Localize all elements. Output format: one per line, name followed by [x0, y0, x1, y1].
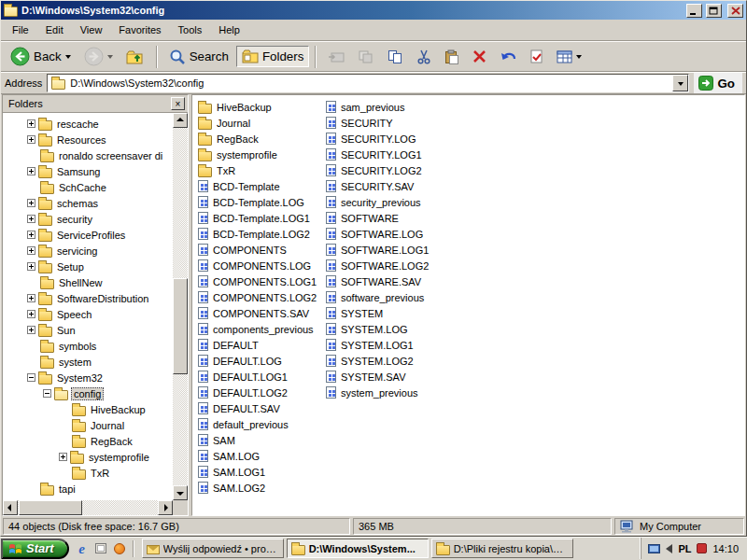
- go-button[interactable]: Go: [694, 73, 742, 93]
- tree-item-config[interactable]: config: [3, 385, 173, 401]
- file-item[interactable]: SAM.LOG: [198, 448, 326, 464]
- file-item[interactable]: SOFTWARE: [326, 210, 454, 226]
- file-item[interactable]: BCD-Template: [198, 178, 326, 194]
- title-bar[interactable]: D:\Windows\System32\config: [1, 1, 746, 20]
- menu-file[interactable]: File: [4, 21, 37, 39]
- tree-item-journal[interactable]: Journal: [3, 417, 173, 433]
- file-item[interactable]: COMPONENTS.LOG: [198, 258, 326, 273]
- tree-item-serviceprofiles[interactable]: ServiceProfiles: [3, 227, 173, 243]
- expand-icon[interactable]: [59, 453, 67, 461]
- tree-item-resources[interactable]: Resources: [3, 132, 173, 147]
- network-icon[interactable]: [648, 544, 660, 553]
- tree-vertical-scrollbar[interactable]: [173, 113, 188, 500]
- tree-item-regback[interactable]: RegBack: [3, 433, 173, 449]
- expand-icon[interactable]: [27, 326, 35, 334]
- address-input[interactable]: D:\Windows\System32\config: [47, 74, 689, 92]
- tree-item-security[interactable]: security: [3, 211, 173, 227]
- tree-item-system[interactable]: system: [3, 354, 173, 370]
- tree-item-schcache[interactable]: SchCache: [3, 179, 173, 195]
- file-item[interactable]: SOFTWARE.LOG1: [326, 242, 454, 258]
- clock[interactable]: 14:10: [712, 543, 739, 554]
- file-item[interactable]: SAM.LOG2: [198, 480, 326, 496]
- taskbar-task[interactable]: D:\Pliki rejestru kopia\Re...: [431, 539, 573, 558]
- file-item[interactable]: DEFAULT.LOG: [198, 353, 326, 369]
- scroll-thumb[interactable]: [19, 500, 82, 515]
- taskbar-task[interactable]: D:\Windows\System...: [287, 539, 429, 558]
- file-item[interactable]: COMPONENTS.LOG1: [198, 273, 326, 289]
- file-item[interactable]: COMPONENTS: [198, 242, 326, 258]
- copy-button[interactable]: [382, 46, 409, 68]
- file-item[interactable]: COMPONENTS.SAV: [198, 305, 326, 321]
- tree-item-hivebackup[interactable]: HiveBackup: [3, 401, 173, 417]
- tree-item-rescache[interactable]: rescache: [3, 116, 173, 132]
- close-folders-panel-button[interactable]: ×: [171, 97, 185, 110]
- tree-item-tapi[interactable]: tapi: [3, 481, 173, 497]
- tree-item-servicing[interactable]: servicing: [3, 243, 173, 259]
- show-desktop-icon[interactable]: [93, 541, 108, 556]
- checkmark-button[interactable]: [525, 46, 549, 67]
- file-item[interactable]: BCD-Template.LOG1: [198, 210, 326, 226]
- cut-button[interactable]: [411, 46, 437, 68]
- menu-tools[interactable]: Tools: [170, 21, 211, 39]
- file-item[interactable]: RegBack: [198, 131, 326, 147]
- expand-icon[interactable]: [27, 215, 35, 223]
- menu-edit[interactable]: Edit: [37, 21, 72, 39]
- file-item[interactable]: sam_previous: [326, 99, 454, 115]
- back-button[interactable]: Back: [5, 43, 77, 70]
- antivirus-icon[interactable]: [697, 543, 707, 553]
- tree-item-setup[interactable]: Setup: [3, 259, 173, 274]
- file-item[interactable]: BCD-Template.LOG2: [198, 226, 326, 242]
- volume-icon[interactable]: [666, 544, 672, 553]
- scroll-thumb[interactable]: [173, 278, 188, 374]
- file-item[interactable]: SYSTEM.LOG1: [326, 337, 454, 353]
- file-item[interactable]: software_previous: [326, 289, 454, 305]
- file-item[interactable]: SAM.LOG1: [198, 464, 326, 480]
- close-button[interactable]: [727, 4, 743, 18]
- file-item[interactable]: SOFTWARE.SAV: [326, 273, 454, 289]
- expand-icon[interactable]: [27, 246, 35, 255]
- expand-icon[interactable]: [27, 119, 35, 128]
- file-item[interactable]: Journal: [198, 115, 326, 131]
- file-item[interactable]: SAM: [198, 432, 326, 448]
- file-item[interactable]: security_previous: [326, 194, 454, 210]
- expand-icon[interactable]: [27, 135, 35, 144]
- language-indicator[interactable]: PL: [678, 543, 691, 554]
- taskbar-task[interactable]: Wyślij odpowiedź • progra...: [142, 539, 284, 558]
- file-item[interactable]: COMPONENTS.LOG2: [198, 289, 326, 305]
- tree-horizontal-scrollbar[interactable]: [3, 500, 188, 515]
- expand-icon[interactable]: [27, 167, 35, 175]
- menu-view[interactable]: View: [72, 21, 111, 39]
- views-button[interactable]: [551, 47, 587, 67]
- address-dropdown-button[interactable]: [672, 75, 688, 91]
- scroll-track[interactable]: [18, 500, 158, 515]
- file-item[interactable]: SECURITY: [326, 115, 454, 131]
- tree-item-ronaldo-screensaver-di[interactable]: ronaldo screensaver di: [3, 147, 173, 163]
- file-item[interactable]: default_previous: [198, 416, 326, 432]
- tree-item-speech[interactable]: Speech: [3, 306, 173, 322]
- scroll-track[interactable]: [173, 128, 188, 485]
- collapse-icon[interactable]: [43, 389, 51, 398]
- file-item[interactable]: SYSTEM: [326, 305, 454, 321]
- collapse-icon[interactable]: [27, 373, 35, 382]
- tree-item-systemprofile[interactable]: systemprofile: [3, 449, 173, 465]
- file-item[interactable]: DEFAULT.LOG2: [198, 385, 326, 400]
- file-item[interactable]: system_previous: [326, 385, 454, 400]
- up-button[interactable]: [120, 45, 150, 69]
- file-item[interactable]: DEFAULT: [198, 337, 326, 353]
- menu-help[interactable]: Help: [210, 21, 248, 39]
- internet-explorer-icon[interactable]: e: [75, 541, 90, 556]
- file-item[interactable]: BCD-Template.LOG: [198, 194, 326, 210]
- file-item[interactable]: SYSTEM.SAV: [326, 369, 454, 385]
- file-item[interactable]: SECURITY.LOG2: [326, 162, 454, 178]
- menu-favorites[interactable]: Favorites: [110, 21, 169, 39]
- scroll-down-icon[interactable]: [173, 485, 188, 500]
- scroll-right-icon[interactable]: [158, 500, 173, 515]
- file-item[interactable]: components_previous: [198, 321, 326, 337]
- file-item[interactable]: HiveBackup: [198, 99, 326, 115]
- file-item[interactable]: SOFTWARE.LOG: [326, 226, 454, 242]
- expand-icon[interactable]: [27, 310, 35, 318]
- file-item[interactable]: systemprofile: [198, 147, 326, 162]
- undo-button[interactable]: [494, 46, 523, 67]
- maximize-button[interactable]: [706, 4, 722, 18]
- tree-item-sun[interactable]: Sun: [3, 322, 173, 338]
